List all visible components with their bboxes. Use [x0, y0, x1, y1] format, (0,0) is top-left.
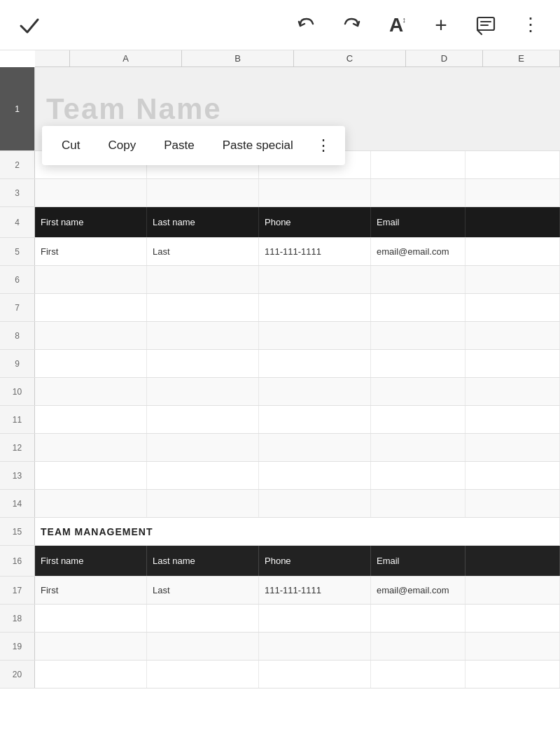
copy-menu-item[interactable]: Copy [94, 133, 150, 158]
spreadsheet: A B C D E 1 Team Name 2 3 [0, 50, 560, 689]
team-mgmt-cell[interactable]: TEAM MANAGEMENT [35, 518, 560, 545]
table-row: 9 [0, 350, 560, 378]
tm-header-email[interactable]: Email [371, 546, 465, 576]
paste-menu-item[interactable]: Paste [150, 133, 208, 158]
tm-cell-17f[interactable] [465, 577, 560, 604]
cell-5d[interactable]: 111-111-1111 [259, 238, 371, 265]
cell-3d[interactable] [259, 179, 371, 206]
table-row: 5 First Last 111-111-1111 email@email.co… [0, 238, 560, 266]
toolbar-left [17, 13, 42, 38]
comment-icon[interactable] [473, 13, 498, 38]
col-header-c[interactable]: B [182, 50, 294, 66]
col-header-a [35, 50, 70, 66]
cell-5e[interactable]: email@email.com [371, 238, 465, 265]
col-header-e[interactable]: D [406, 50, 483, 66]
cut-menu-item[interactable]: Cut [48, 133, 94, 158]
tm-header-firstname[interactable]: First name [35, 546, 147, 576]
table-row: 7 [0, 294, 560, 322]
paste-special-menu-item[interactable]: Paste special [209, 133, 307, 158]
redo-icon[interactable] [339, 13, 364, 38]
toolbar-right: A ↕ + ⋮ [294, 13, 543, 38]
cell-5f[interactable] [465, 238, 560, 265]
cell-2f[interactable] [465, 151, 560, 178]
table-row: 13 [0, 462, 560, 490]
table-row: 18 [0, 605, 560, 633]
more-options-icon[interactable]: ⋮ [518, 13, 543, 38]
col-header-f[interactable]: E [483, 50, 560, 66]
toolbar: A ↕ + ⋮ [0, 0, 560, 50]
row-num-10[interactable]: 10 [0, 378, 35, 405]
cell-3c[interactable] [147, 179, 259, 206]
cell-4c[interactable]: Last name [147, 207, 259, 237]
context-menu: Cut Copy Paste Paste special ⋮ [42, 126, 345, 165]
cell-4e[interactable]: Email [371, 207, 465, 237]
table-row: 15 TEAM MANAGEMENT [0, 518, 560, 546]
table-row: 10 [0, 378, 560, 406]
row-num-13[interactable]: 13 [0, 462, 35, 489]
cell-6d[interactable] [259, 266, 371, 293]
table-row: 12 [0, 434, 560, 462]
cell-3f[interactable] [465, 179, 560, 206]
format-text-icon[interactable]: A ↕ [384, 13, 409, 38]
row-num-16[interactable]: 16 [0, 546, 35, 576]
cell-4f[interactable] [465, 207, 560, 237]
tm-header-phone[interactable]: Phone [259, 546, 371, 576]
cell-6e[interactable] [371, 266, 465, 293]
row-num-20[interactable]: 20 [0, 661, 35, 688]
table-row: 20 [0, 661, 560, 689]
cell-5c[interactable]: Last [147, 238, 259, 265]
check-icon[interactable] [17, 13, 42, 38]
tm-header-extra[interactable] [465, 546, 560, 576]
row-num-9[interactable]: 9 [0, 350, 35, 377]
col-header-d[interactable]: C [294, 50, 406, 66]
row-num-12[interactable]: 12 [0, 434, 35, 461]
row-num-2[interactable]: 2 [0, 151, 35, 178]
row-num-3[interactable]: 3 [0, 179, 35, 206]
tm-cell-17d[interactable]: 111-111-1111 [259, 577, 371, 604]
col-header-b[interactable]: A [70, 50, 182, 66]
tm-cell-17e[interactable]: email@email.com [371, 577, 465, 604]
table-row: 3 [0, 179, 560, 207]
cell-3e[interactable] [371, 179, 465, 206]
row-num-1[interactable]: 1 [0, 67, 35, 150]
table-row: 17 First Last 111-111-1111 email@email.c… [0, 577, 560, 605]
cell-6b[interactable] [35, 266, 147, 293]
cell-6f[interactable] [465, 266, 560, 293]
row-num-14[interactable]: 14 [0, 490, 35, 517]
row-num-15[interactable]: 15 [0, 518, 35, 545]
table-row: 8 [0, 322, 560, 350]
cell-4d[interactable]: Phone [259, 207, 371, 237]
table-row: 14 [0, 490, 560, 518]
row-num-4[interactable]: 4 [0, 207, 35, 237]
row-num-7[interactable]: 7 [0, 294, 35, 321]
tm-cell-17b[interactable]: First [35, 577, 147, 604]
table-row: 19 [0, 633, 560, 661]
row-num-6[interactable]: 6 [0, 266, 35, 293]
row-num-5[interactable]: 5 [0, 238, 35, 265]
table-row: 11 [0, 406, 560, 434]
table-row: 6 [0, 266, 560, 294]
tm-header-lastname[interactable]: Last name [147, 546, 259, 576]
row-num-18[interactable]: 18 [0, 605, 35, 632]
row-num-8[interactable]: 8 [0, 322, 35, 349]
undo-icon[interactable] [294, 13, 319, 38]
add-icon[interactable]: + [428, 13, 454, 38]
row-num-19[interactable]: 19 [0, 633, 35, 660]
team-name-text: Team Name [46, 92, 222, 126]
svg-rect-0 [477, 17, 494, 30]
cell-4b[interactable]: First name [35, 207, 147, 237]
cell-6c[interactable] [147, 266, 259, 293]
column-headers: A B C D E [35, 50, 560, 67]
tm-cell-17c[interactable]: Last [147, 577, 259, 604]
row-num-11[interactable]: 11 [0, 406, 35, 433]
context-menu-more-icon[interactable]: ⋮ [307, 131, 340, 160]
table-row: 4 First name Last name Phone Email [0, 207, 560, 238]
row-num-17[interactable]: 17 [0, 577, 35, 604]
team-management-label: TEAM MANAGEMENT [41, 526, 153, 537]
table-row: 16 First name Last name Phone Email [0, 546, 560, 577]
cell-2e[interactable] [371, 151, 465, 178]
cell-3b[interactable] [35, 179, 147, 206]
cell-5b[interactable]: First [35, 238, 147, 265]
